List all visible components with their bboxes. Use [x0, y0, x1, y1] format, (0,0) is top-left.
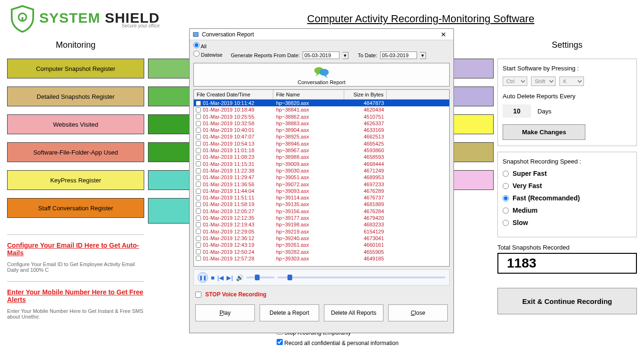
row-checkbox[interactable]	[196, 229, 201, 234]
row-checkbox[interactable]	[196, 256, 201, 261]
table-row[interactable]: 01-Mar-2019 10:40:01hp~38904.asx4633169	[194, 127, 449, 133]
table-row[interactable]: 01-Mar-2019 10:11:42hp~38820.asx4847873	[194, 100, 449, 106]
stop-button[interactable]: ■	[211, 274, 215, 281]
dialog-icon	[192, 31, 199, 38]
recording-check-1[interactable]: Record all confidential & personal infor…	[277, 339, 399, 346]
row-checkbox[interactable]	[196, 195, 201, 200]
speech-bubbles-icon	[313, 65, 330, 78]
from-date-dropdown[interactable]: ▾	[342, 52, 348, 59]
row-checkbox[interactable]	[196, 168, 201, 173]
row-checkbox[interactable]	[196, 236, 201, 241]
settings-column: Settings Start Software by Pressing : Ct…	[497, 35, 637, 320]
detailed-snapshots-button[interactable]: Detailed Snapshots Register	[7, 86, 144, 106]
table-row[interactable]: 01-Mar-2019 11:22:38hp~39030.asx4671249	[194, 167, 449, 174]
row-checkbox[interactable]	[196, 249, 201, 254]
row-checkbox[interactable]	[196, 208, 201, 214]
col-datetime[interactable]: File Created Date/Time	[194, 90, 273, 99]
table-row[interactable]: 01-Mar-2019 11:51:11hp~39114.asx4676737	[194, 194, 449, 201]
reports-table-body[interactable]: 01-Mar-2019 10:11:42hp~38820.asx48478730…	[194, 100, 449, 266]
speed-option-4[interactable]: Slow	[503, 219, 632, 226]
table-row[interactable]: 01-Mar-2019 10:32:58hp~38883.asx4626337	[194, 120, 449, 127]
row-checkbox[interactable]	[196, 114, 201, 119]
row-checkbox[interactable]	[196, 242, 201, 248]
conversation-report-button[interactable]: Conversation Report	[193, 63, 450, 86]
play-pause-button[interactable]: ❚❚	[198, 272, 208, 283]
speed-option-2[interactable]: Fast (Recommanded)	[503, 194, 632, 202]
row-checkbox[interactable]	[196, 141, 201, 146]
conversation-register-button[interactable]: Staff Conversation Register	[7, 198, 144, 218]
delete-report-button[interactable]: Delete a Report	[260, 304, 319, 321]
configure-email-link[interactable]: Configure Your Email ID Here to Get Auto…	[7, 242, 139, 257]
row-checkbox[interactable]	[196, 202, 201, 207]
close-icon[interactable]: ✕	[436, 31, 451, 38]
table-row[interactable]: 01-Mar-2019 10:54:13hp~38946.asx4665425	[194, 140, 449, 147]
row-checkbox[interactable]	[196, 222, 201, 227]
table-row[interactable]: 01-Mar-2019 12:19:43hp~39198.asx4683233	[194, 221, 449, 228]
speed-option-0[interactable]: Super Fast	[503, 170, 632, 177]
row-checkbox[interactable]	[196, 101, 201, 106]
table-row[interactable]: 01-Mar-2019 12:29:05hp~39219.asx6154129	[194, 228, 449, 235]
table-row[interactable]: 01-Mar-2019 10:25:55hp~38862.asx4510751	[194, 113, 449, 120]
websites-visited-button[interactable]: Websites Visited	[7, 114, 144, 134]
keypress-register-button[interactable]: KeyPress Register	[7, 170, 144, 190]
autodel-label: Auto Delete Reports Every	[503, 93, 632, 100]
table-row[interactable]: 01-Mar-2019 11:29:47hp~39051.asx4689953	[194, 174, 449, 181]
close-button[interactable]: Close	[388, 304, 448, 321]
table-row[interactable]: 01-Mar-2019 11:36:56hp~39072.asx4697233	[194, 181, 449, 188]
table-row[interactable]: 01-Mar-2019 10:47:07hp~38925.asx4662513	[194, 133, 449, 140]
table-row[interactable]: 01-Mar-2019 11:08:23hp~38988.asx4658593	[194, 154, 449, 160]
prev-button[interactable]: |◀	[218, 274, 224, 281]
row-checkbox[interactable]	[196, 175, 201, 180]
table-row[interactable]: 01-Mar-2019 12:43:19hp~39261.asx4660161	[194, 242, 449, 248]
row-checkbox[interactable]	[196, 216, 201, 221]
row-checkbox[interactable]	[196, 148, 201, 153]
table-row[interactable]: 01-Mar-2019 10:18:49hp~38841.asx4620434	[194, 106, 449, 113]
volume-icon[interactable]: 🔊	[236, 274, 244, 281]
start-software-label: Start Software by Pressing :	[503, 65, 632, 72]
table-row[interactable]: 01-Mar-2019 11:01:18hp~38967.asx4593860	[194, 147, 449, 154]
exit-continue-button[interactable]: Exit & Continue Recording	[497, 288, 637, 314]
radio-all[interactable]: All	[193, 42, 222, 49]
play-button[interactable]: Play	[195, 304, 255, 321]
row-checkbox[interactable]	[196, 134, 201, 139]
col-size[interactable]: Size in Bytes	[344, 90, 387, 99]
table-row[interactable]: 01-Mar-2019 12:50:24hp~39282.asx4655905	[194, 249, 449, 255]
row-checkbox[interactable]	[196, 107, 201, 112]
row-checkbox[interactable]	[196, 189, 201, 194]
delete-all-button[interactable]: Delete All Reports	[324, 304, 383, 321]
mobile-desc: Enter Your Mobile Number Here to Get Ins…	[7, 308, 144, 320]
speed-option-1[interactable]: Very Fast	[503, 182, 632, 190]
hotkey-1[interactable]: Ctrl	[503, 77, 527, 86]
to-date-dropdown[interactable]: ▾	[420, 52, 426, 59]
dialog-titlebar[interactable]: Conversation Report ✕	[190, 29, 453, 40]
snapshot-register-button[interactable]: Computer Snapshot Register	[7, 59, 144, 78]
row-checkbox[interactable]	[196, 182, 201, 187]
from-date-input[interactable]	[303, 52, 339, 59]
hotkey-2[interactable]: Shift	[531, 77, 556, 86]
table-row[interactable]: 01-Mar-2019 12:12:35hp~39177.asx4679420	[194, 215, 449, 221]
row-checkbox[interactable]	[196, 121, 201, 126]
row-checkbox[interactable]	[196, 128, 201, 133]
stop-recording-checkbox[interactable]	[195, 292, 201, 298]
speed-option-3[interactable]: Medium	[503, 207, 632, 214]
next-button[interactable]: ▶|	[226, 274, 233, 281]
volume-slider[interactable]	[246, 277, 275, 278]
make-changes-button[interactable]: Make Changes	[503, 124, 585, 140]
row-checkbox[interactable]	[196, 161, 201, 166]
radio-datewise[interactable]: Datewise	[193, 51, 222, 58]
table-row[interactable]: 01-Mar-2019 11:15:31hp~39009.asx4668444	[194, 161, 449, 167]
seek-slider[interactable]	[278, 277, 445, 278]
table-row[interactable]: 01-Mar-2019 12:05:27hp~39156.asx4676284	[194, 208, 449, 215]
col-filename[interactable]: File Name	[273, 90, 344, 99]
to-date-input[interactable]	[380, 52, 417, 59]
mobile-alerts-link[interactable]: Enter Your Mobile Number Here to Get Fre…	[7, 288, 143, 303]
software-used-button[interactable]: Software-File-Folder-App Used	[7, 142, 144, 162]
table-row[interactable]: 01-Mar-2019 11:44:04hp~39093.asx4676289	[194, 188, 449, 194]
row-checkbox[interactable]	[196, 155, 201, 160]
table-row[interactable]: 01-Mar-2019 12:36:12hp~39240.asx4673041	[194, 235, 449, 242]
table-row[interactable]: 01-Mar-2019 12:57:28hp~39303.asx4649185	[194, 255, 449, 262]
logo: SYSTEM SHIELD Secure your office	[9, 5, 160, 33]
table-row[interactable]: 01-Mar-2019 11:58:19hp~39135.asx4681889	[194, 201, 449, 207]
autodel-days-input[interactable]	[503, 104, 531, 118]
hotkey-3[interactable]: K	[559, 77, 584, 86]
